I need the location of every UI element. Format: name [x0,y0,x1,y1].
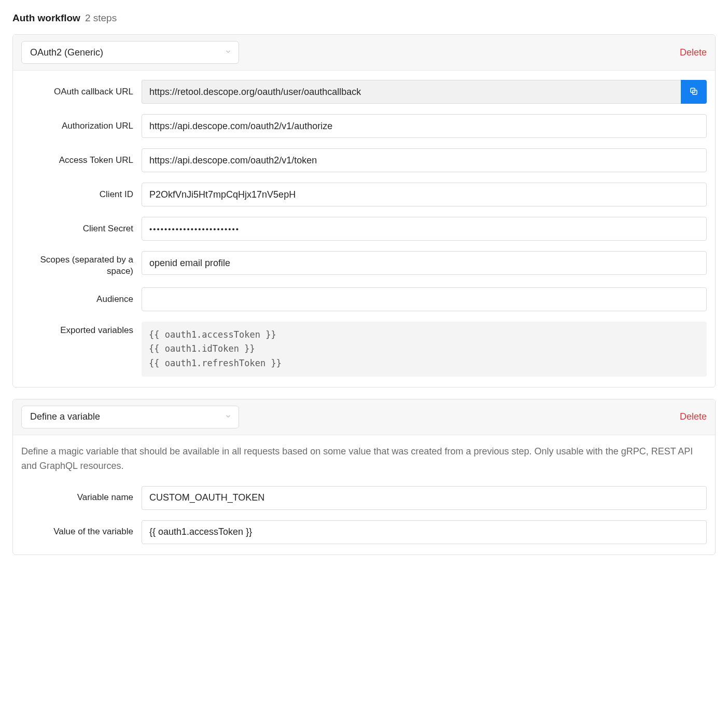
audience-label: Audience [21,294,142,305]
define-variable-description: Define a magic variable that should be a… [21,445,707,474]
client-id-label: Client ID [21,189,142,200]
variable-value-label: Value of the variable [21,526,142,537]
oauth-callback-label: OAuth callback URL [21,86,142,98]
delete-step-button[interactable]: Delete [680,45,707,60]
auth-workflow-header: Auth workflow 2 steps [12,12,716,24]
variable-name-input[interactable] [142,486,707,510]
delete-step-button[interactable]: Delete [680,409,707,424]
variable-value-input[interactable] [142,520,707,544]
scopes-input[interactable] [142,251,707,275]
auth-type-select-button[interactable]: OAuth2 (Generic) [21,41,239,64]
variable-type-select-button[interactable]: Define a variable [21,406,239,428]
exported-var-1: {{ oauth1.accessToken }} [149,328,699,342]
access-token-url-input[interactable] [142,148,707,172]
authorization-url-label: Authorization URL [21,120,142,132]
exported-variables-box: {{ oauth1.accessToken }} {{ oauth1.idTok… [142,322,707,377]
step-oauth2-card: OAuth2 (Generic) Delete OAuth callback U… [12,34,716,387]
variable-type-select[interactable]: Define a variable [21,406,239,428]
access-token-url-label: Access Token URL [21,155,142,166]
step-define-variable-card: Define a variable Delete Define a magic … [12,399,716,555]
step-define-variable-header: Define a variable Delete [13,399,715,435]
exported-var-2: {{ oauth1.idToken }} [149,342,699,356]
exported-var-3: {{ oauth1.refreshToken }} [149,356,699,370]
step-define-variable-body: Define a magic variable that should be a… [13,435,715,555]
scopes-label: Scopes (separated by a space) [21,251,142,277]
step-oauth2-header: OAuth2 (Generic) Delete [13,35,715,71]
client-id-input[interactable] [142,183,707,206]
copy-button[interactable] [681,80,707,104]
variable-name-label: Variable name [21,492,142,503]
auth-workflow-steps-count: 2 steps [85,12,117,23]
client-secret-label: Client Secret [21,223,142,234]
audience-input[interactable] [142,287,707,311]
authorization-url-input[interactable] [142,114,707,138]
auth-type-select[interactable]: OAuth2 (Generic) [21,41,239,64]
step-oauth2-body: OAuth callback URL Authorization URL Acc… [13,71,715,387]
client-secret-input[interactable] [142,217,707,241]
oauth-callback-input[interactable] [142,80,681,104]
copy-icon [689,87,698,98]
auth-workflow-title: Auth workflow [12,12,80,23]
exported-variables-label: Exported variables [21,322,142,336]
